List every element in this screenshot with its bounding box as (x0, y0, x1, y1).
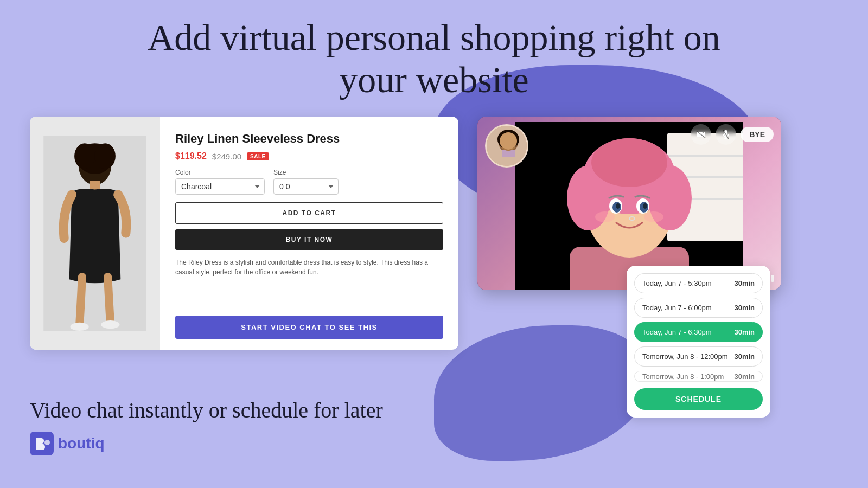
headline-line1: Add virtual personal shopping right on (148, 17, 720, 58)
schedule-slot-1[interactable]: Today, Jun 7 - 5:30pm 30min (634, 273, 763, 293)
svg-point-43 (44, 440, 50, 445)
hero-headline: Add virtual personal shopping right on y… (0, 16, 868, 101)
svg-point-27 (643, 203, 647, 209)
slot-3-duration: 30min (734, 328, 755, 336)
svg-point-4 (101, 320, 119, 329)
camera-off-button[interactable] (691, 124, 711, 145)
svg-rect-33 (502, 150, 515, 157)
svg-rect-2 (90, 181, 100, 190)
slot-5-time: Tomorrow, Jun 8 - 1:00pm (642, 373, 724, 381)
slot-2-time: Today, Jun 7 - 6:00pm (642, 304, 712, 312)
start-video-chat-button[interactable]: START VIDEO CHAT TO SEE THIS (175, 316, 443, 339)
size-label: Size (273, 169, 339, 176)
product-details: Riley Linen Sleeveless Dress $119.52 $24… (160, 117, 458, 350)
mic-icon (722, 130, 730, 139)
svg-rect-36 (697, 132, 703, 137)
product-title: Riley Linen Sleeveless Dress (175, 132, 443, 146)
size-select[interactable]: 0 0 XS S M L (273, 178, 339, 195)
svg-point-30 (644, 211, 663, 222)
video-person-image (515, 122, 743, 290)
video-controls: BYE (691, 124, 774, 145)
color-label: Color (175, 169, 265, 176)
svg-point-21 (591, 138, 667, 187)
video-avatar-small (485, 124, 528, 168)
buy-now-button[interactable]: BUY IT NOW (175, 229, 443, 250)
product-card: Riley Linen Sleeveless Dress $119.52 $24… (30, 117, 458, 350)
video-chat-panel: BYE Queen Bee (477, 117, 781, 290)
selectors-row: Color Charcoal Black Navy White Size 0 0… (175, 169, 443, 195)
bye-button[interactable]: BYE (741, 127, 774, 142)
boutiq-brand-name: boutiq (58, 435, 105, 452)
schedule-button[interactable]: SCHEDULE (634, 388, 763, 410)
schedule-slot-2[interactable]: Today, Jun 7 - 6:00pm 30min (634, 298, 763, 318)
color-select[interactable]: Charcoal Black Navy White (175, 178, 265, 195)
mic-off-button[interactable] (716, 124, 736, 145)
svg-point-3 (71, 323, 89, 331)
slot-2-duration: 30min (734, 304, 755, 312)
boutiq-icon (30, 432, 54, 455)
video-main-background: BYE Queen Bee (477, 117, 781, 290)
svg-point-35 (500, 132, 517, 150)
boutiq-logo: boutiq (30, 432, 383, 455)
product-description: The Riley Dress is a stylish and comfort… (175, 258, 443, 277)
slot-1-duration: 30min (734, 279, 755, 287)
svg-point-26 (616, 203, 620, 209)
slot-4-time: Tomorrow, Jun 8 - 12:00pm (642, 352, 728, 361)
signal-bar-4 (771, 275, 774, 282)
sale-price: $119.52 (175, 151, 207, 161)
slot-4-duration: 30min (734, 352, 755, 361)
schedule-slot-4[interactable]: Tomorrow, Jun 8 - 12:00pm 30min (634, 346, 763, 367)
slot-3-time: Today, Jun 7 - 6:30pm (642, 328, 712, 336)
original-price: $249.00 (212, 152, 241, 161)
add-to-cart-button[interactable]: ADD TO CART (175, 202, 443, 224)
svg-rect-11 (667, 155, 743, 157)
slot-1-time: Today, Jun 7 - 5:30pm (642, 279, 712, 287)
tagline: Video chat instantly or schedule for lat… (30, 397, 383, 423)
background-blob-2 (434, 325, 651, 461)
headline-line2: your website (339, 59, 528, 100)
schedule-slot-3[interactable]: Today, Jun 7 - 6:30pm 30min (634, 322, 763, 342)
bottom-section: Video chat instantly or schedule for lat… (30, 397, 383, 455)
svg-point-6 (74, 143, 95, 169)
price-row: $119.52 $249.00 SALE (175, 151, 443, 161)
size-selector-group: Size 0 0 XS S M L (273, 169, 339, 195)
svg-point-29 (595, 211, 615, 222)
svg-point-7 (95, 143, 116, 169)
schedule-panel: Today, Jun 7 - 5:30pm 30min Today, Jun 7… (627, 266, 770, 418)
product-image-area (30, 117, 160, 350)
schedule-slot-5[interactable]: Tomorrow, Jun 8 - 1:00pm 30min (634, 371, 763, 382)
sale-badge: SALE (247, 152, 269, 160)
product-image (41, 136, 149, 331)
slot-5-duration: 30min (734, 373, 755, 381)
color-selector-group: Color Charcoal Black Navy White (175, 169, 265, 195)
camera-icon (696, 131, 706, 138)
